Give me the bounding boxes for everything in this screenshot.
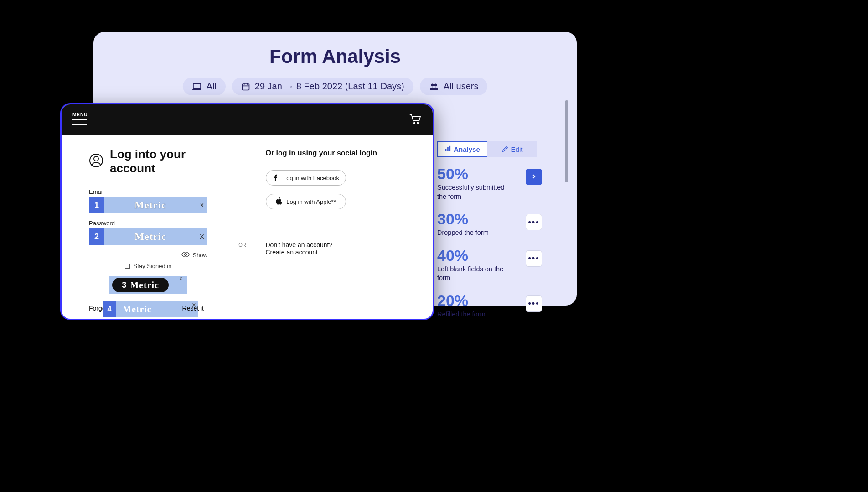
expand-button[interactable] <box>526 169 542 185</box>
preview-body: Log into your account Email 1 Metric X P… <box>62 135 433 319</box>
apple-login-button[interactable]: Log in with Apple** <box>266 194 346 209</box>
stay-signed-checkbox[interactable]: Stay Signed in <box>89 263 207 269</box>
svg-rect-0 <box>193 83 200 88</box>
checkbox-icon <box>125 264 130 269</box>
users-icon <box>429 83 439 91</box>
stat-row-dropped: 30% Dropped the form ••• <box>437 211 542 238</box>
stay-label: Stay Signed in <box>134 263 172 269</box>
stat-row-blank: 40% Left blank fields on the form ••• <box>437 248 542 283</box>
email-label: Email <box>89 188 229 195</box>
calendar-icon <box>241 82 250 91</box>
password-label: Password <box>89 220 229 227</box>
login-title: Log into your account <box>110 147 229 176</box>
eye-icon <box>181 251 190 259</box>
more-button[interactable]: ••• <box>526 295 542 312</box>
create-account-link[interactable]: Create an account <box>266 249 406 256</box>
more-icon: ••• <box>528 218 540 227</box>
login-form-column: Log into your account Email 1 Metric X P… <box>89 147 243 310</box>
device-filter-pill[interactable]: All <box>183 78 226 95</box>
social-login-column: Or log in using your social login Log in… <box>243 147 406 310</box>
mode-segment: Analyse Edit <box>437 141 537 157</box>
svg-point-11 <box>185 254 187 256</box>
forgot-password-row: Forgot your 4 Metric X Reset it <box>89 301 207 317</box>
overlay-close[interactable]: X <box>196 202 207 209</box>
overlay-badge-4: 4 <box>103 301 116 317</box>
overlay-badge-1: 1 <box>89 197 104 213</box>
stats-sidebar: Analyse Edit 50% Successfully submitted … <box>437 141 542 329</box>
column-separator: OR <box>243 147 243 310</box>
analyse-tab[interactable]: Analyse <box>437 141 487 157</box>
email-field-overlay[interactable]: 1 Metric X <box>89 197 207 213</box>
menu-button[interactable]: MENU <box>72 112 88 127</box>
page-title: Form Analysis <box>107 46 563 67</box>
overlay-metric-label: Metric <box>104 199 196 211</box>
more-button[interactable]: ••• <box>526 250 542 267</box>
stat-desc: Successfully submitted the form <box>437 183 506 201</box>
facebook-icon <box>272 174 279 182</box>
stat-pct: 50% <box>437 166 526 181</box>
svg-point-7 <box>413 122 415 124</box>
more-icon: ••• <box>528 299 540 308</box>
svg-point-10 <box>94 156 98 161</box>
no-account-label: Don't have an account? <box>266 241 406 249</box>
pencil-icon <box>502 145 508 153</box>
analyse-label: Analyse <box>454 145 480 153</box>
submit-button: 3 Metric <box>112 278 169 292</box>
reset-link[interactable]: Reset it <box>182 305 204 312</box>
overlay-close[interactable]: X <box>179 276 182 281</box>
apple-label: Log in with Apple** <box>286 198 336 205</box>
svg-rect-5 <box>447 147 449 151</box>
password-field-overlay[interactable]: 2 Metric X <box>89 228 207 245</box>
overlay-metric-label: Metric <box>130 280 159 290</box>
overlay-metric-label: Metric <box>104 231 196 243</box>
login-heading: Log into your account <box>89 147 229 176</box>
stat-desc: Left blank fields on the form <box>437 265 506 283</box>
more-icon: ••• <box>528 254 540 263</box>
stat-pct: 20% <box>437 293 526 308</box>
svg-rect-1 <box>242 84 249 90</box>
menu-label: MENU <box>72 112 88 117</box>
daterange-filter-pill[interactable]: 29 Jan → 8 Feb 2022 (Last 11 Days) <box>232 78 413 95</box>
overlay-close[interactable]: X <box>196 233 207 240</box>
cart-icon[interactable] <box>408 112 422 127</box>
stat-pct: 30% <box>437 211 526 227</box>
facebook-label: Log in with Facebook <box>283 175 339 181</box>
more-button[interactable]: ••• <box>526 214 542 230</box>
edit-tab[interactable]: Edit <box>487 141 537 157</box>
show-label: Show <box>192 252 207 259</box>
stat-row-submitted: 50% Successfully submitted the form <box>437 166 542 201</box>
device-filter-label: All <box>207 81 217 92</box>
svg-point-2 <box>431 83 434 86</box>
svg-rect-4 <box>445 149 447 151</box>
facebook-login-button[interactable]: Log in with Facebook <box>266 170 346 186</box>
audience-filter-label: All users <box>444 81 479 92</box>
show-password-toggle[interactable]: Show <box>89 251 207 259</box>
panel-scrollbar[interactable] <box>565 100 568 182</box>
audience-filter-pill[interactable]: All users <box>420 78 488 95</box>
submit-button-overlay[interactable]: 3 Metric X <box>109 276 187 294</box>
stat-row-refilled: 20% Refilled the form ••• <box>437 293 542 319</box>
login-preview-window: MENU Log into your account Email 1 Metri… <box>60 103 434 320</box>
apple-icon <box>275 197 282 206</box>
filter-row: All 29 Jan → 8 Feb 2022 (Last 11 Days) A… <box>107 78 563 95</box>
overlay-badge-2: 2 <box>89 228 104 245</box>
hamburger-icon <box>72 119 87 125</box>
social-title: Or log in using your social login <box>266 149 406 157</box>
svg-rect-6 <box>450 145 451 150</box>
svg-point-3 <box>434 83 437 86</box>
submit-button-wrap: 3 Metric X <box>89 276 207 294</box>
svg-point-8 <box>418 122 419 124</box>
or-label: OR <box>236 241 249 249</box>
laptop-icon <box>192 83 202 91</box>
overlay-badge-3: 3 <box>122 280 126 290</box>
chevron-right-icon <box>531 173 537 181</box>
user-circle-icon <box>89 153 103 170</box>
stat-desc: Dropped the form <box>437 228 506 238</box>
stat-pct: 40% <box>437 248 526 263</box>
preview-topbar: MENU <box>62 104 433 135</box>
edit-label: Edit <box>511 145 523 153</box>
daterange-filter-label: 29 Jan → 8 Feb 2022 (Last 11 Days) <box>255 81 404 92</box>
stat-desc: Refilled the form <box>437 310 506 319</box>
bar-chart-icon <box>444 145 451 153</box>
